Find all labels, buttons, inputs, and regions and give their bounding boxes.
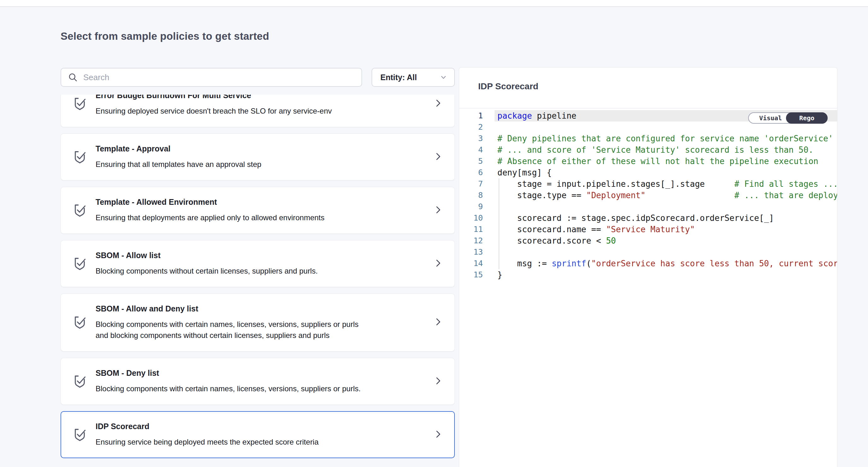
rego-code-editor[interactable]: Visual Rego 1package pipeline23# Deny pi… xyxy=(459,109,837,281)
policy-card[interactable]: SBOM - Deny list Blocking components wit… xyxy=(61,358,455,405)
code-line: 15} xyxy=(459,269,837,281)
line-number: 3 xyxy=(459,133,483,144)
line-number: 8 xyxy=(459,189,483,201)
policy-description: Blocking components with certain names, … xyxy=(96,319,362,341)
chevron-right-icon xyxy=(433,98,443,110)
search-box[interactable] xyxy=(61,68,362,87)
line-number: 10 xyxy=(459,212,483,224)
policy-shield-check-icon xyxy=(72,96,87,112)
policy-title: Template - Approval xyxy=(96,144,425,153)
line-number: 14 xyxy=(459,258,483,269)
toggle-rego-button[interactable]: Rego xyxy=(786,112,828,124)
policy-card-body: SBOM - Allow list Blocking components wi… xyxy=(96,251,425,276)
policy-card[interactable]: Template - Approval Ensuring that all te… xyxy=(61,134,455,180)
policy-list[interactable]: Error Budget Burndown For Multi Service … xyxy=(61,95,455,467)
code-line-content xyxy=(495,246,837,258)
policy-shield-check-icon xyxy=(72,203,87,218)
policy-card[interactable]: Template - Allowed Environment Ensuring … xyxy=(61,187,455,234)
visual-rego-toggle: Visual Rego xyxy=(748,112,828,124)
code-line-content: # ... and score of 'Service Maturity' sc… xyxy=(495,144,837,155)
code-line: 6deny[msg] { xyxy=(459,167,837,178)
policy-title: SBOM - Allow list xyxy=(96,251,425,260)
policy-shield-check-icon xyxy=(72,149,87,165)
code-line-content: stage = input.pipeline.stages[_].stage #… xyxy=(495,178,837,189)
line-number: 15 xyxy=(459,269,483,281)
policy-card-body: SBOM - Deny list Blocking components wit… xyxy=(96,369,425,394)
policy-description: Ensuring deployed service doesn't breach… xyxy=(96,106,362,116)
code-line-content: # Absence of either of these will not ha… xyxy=(495,155,837,167)
entity-filter-dropdown[interactable]: Entity: All xyxy=(372,68,455,87)
code-line-content: scorecard.score < 50 xyxy=(495,235,837,246)
code-line-content xyxy=(495,201,837,212)
policy-card-body: Template - Allowed Environment Ensuring … xyxy=(96,198,425,223)
code-line: 9 xyxy=(459,201,837,212)
policy-description: Ensuring that all templates have an appr… xyxy=(96,159,362,170)
entity-filter-label: Entity: All xyxy=(380,73,417,82)
line-number: 6 xyxy=(459,167,483,178)
code-line: 10 scorecard := stage.spec.idpScorecard.… xyxy=(459,212,837,224)
chevron-right-icon xyxy=(433,151,443,163)
code-line-content: # Deny pipelines that are configured for… xyxy=(495,133,837,144)
top-bar xyxy=(0,0,868,7)
policy-shield-check-icon xyxy=(72,315,87,330)
policy-card[interactable]: SBOM - Allow and Deny list Blocking comp… xyxy=(61,293,455,351)
search-input[interactable] xyxy=(83,72,355,82)
chevron-down-icon xyxy=(439,73,448,82)
detail-title: IDP Scorecard xyxy=(478,81,538,91)
code-line: 3# Deny pipelines that are configured fo… xyxy=(459,133,837,144)
line-number: 5 xyxy=(459,155,483,167)
policy-card-body: Template - Approval Ensuring that all te… xyxy=(96,144,425,170)
chevron-right-icon xyxy=(433,258,443,269)
search-icon xyxy=(67,72,78,83)
line-number: 1 xyxy=(459,110,483,121)
code-line: 5# Absence of either of these will not h… xyxy=(459,155,837,167)
detail-header: IDP Scorecard xyxy=(459,67,837,109)
chevron-right-icon xyxy=(433,317,443,328)
code-line: 8 stage.type == "Deployment" # ... that … xyxy=(459,189,837,201)
code-line: 13 xyxy=(459,246,837,258)
chevron-right-icon xyxy=(433,376,443,387)
code-line: 4# ... and score of 'Service Maturity' s… xyxy=(459,144,837,155)
code-line-content: scorecard.name == "Service Maturity" xyxy=(495,224,837,235)
code-line-content: scorecard := stage.spec.idpScorecard.ord… xyxy=(495,212,837,224)
policy-card[interactable]: SBOM - Allow list Blocking components wi… xyxy=(61,240,455,287)
policy-title: SBOM - Allow and Deny list xyxy=(96,304,425,313)
policy-card[interactable]: IDP Scorecard Ensuring service being dep… xyxy=(61,411,455,458)
policy-detail-panel: IDP Scorecard Visual Rego 1package pipel… xyxy=(459,67,837,467)
line-number: 7 xyxy=(459,178,483,189)
policy-shield-check-icon xyxy=(72,256,87,272)
code-line-content: deny[msg] { xyxy=(495,167,837,178)
policy-shield-check-icon xyxy=(72,374,87,389)
policy-card[interactable]: Error Budget Burndown For Multi Service … xyxy=(61,95,455,127)
code-line-content: } xyxy=(495,269,837,281)
policy-shield-check-icon xyxy=(72,427,87,443)
page-title: Select from sample policies to get start… xyxy=(61,30,269,42)
code-line-content: msg := sprintf("orderService has score l… xyxy=(495,258,837,269)
policy-card-body: SBOM - Allow and Deny list Blocking comp… xyxy=(96,304,425,341)
code-line: 11 scorecard.name == "Service Maturity" xyxy=(459,224,837,235)
policy-description: Blocking components with certain names, … xyxy=(96,383,362,394)
policy-card-body: Error Budget Burndown For Multi Service … xyxy=(96,95,425,116)
line-number: 12 xyxy=(459,235,483,246)
policy-description: Ensuring service being deployed meets th… xyxy=(96,436,362,447)
code-line: 12 scorecard.score < 50 xyxy=(459,235,837,246)
code-line: 14 msg := sprintf("orderService has scor… xyxy=(459,258,837,269)
policy-card-body: IDP Scorecard Ensuring service being dep… xyxy=(96,422,425,447)
policy-title: IDP Scorecard xyxy=(96,422,425,431)
line-number: 11 xyxy=(459,224,483,235)
policy-description: Ensuring that deployments are applied on… xyxy=(96,212,362,223)
policy-title: Template - Allowed Environment xyxy=(96,198,425,207)
chevron-right-icon xyxy=(433,205,443,216)
line-number: 13 xyxy=(459,246,483,258)
policy-title: Error Budget Burndown For Multi Service xyxy=(96,95,425,100)
code-line-content: stage.type == "Deployment" # ... that ar… xyxy=(495,189,837,201)
line-number: 9 xyxy=(459,201,483,212)
code-line: 7 stage = input.pipeline.stages[_].stage… xyxy=(459,178,837,189)
line-number: 2 xyxy=(459,121,483,133)
chevron-right-icon xyxy=(433,429,443,440)
code-lines: 1package pipeline23# Deny pipelines that… xyxy=(459,110,837,281)
policy-title: SBOM - Deny list xyxy=(96,369,425,378)
toolbar: Entity: All xyxy=(61,68,455,87)
policy-description: Blocking components without certain lice… xyxy=(96,265,362,276)
line-number: 4 xyxy=(459,144,483,155)
